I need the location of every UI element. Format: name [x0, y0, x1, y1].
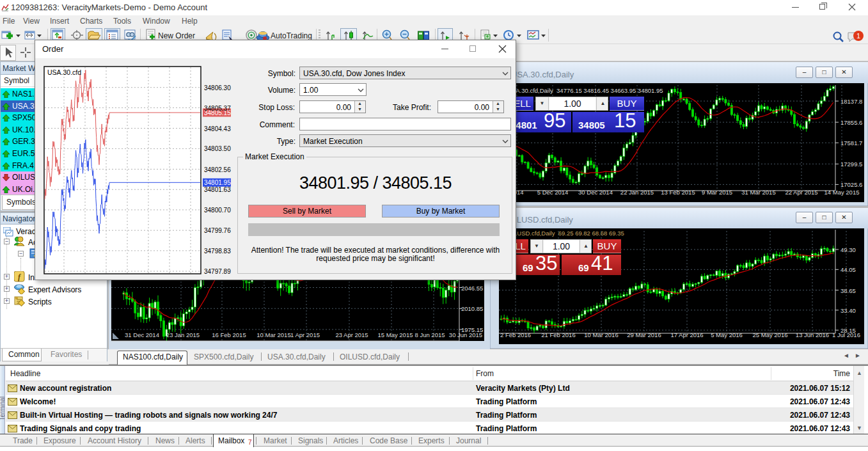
svg-text:USA.30.cfd,Daily: USA.30.cfd,Daily — [511, 70, 574, 79]
svg-text:38.65: 38.65 — [840, 287, 856, 294]
svg-text:30 Jun 2015: 30 Jun 2015 — [449, 331, 482, 338]
svg-text:34801.95: 34801.95 — [204, 179, 231, 186]
svg-text:USA.30.cfd,Daily 34776.15 348: USA.30.cfd,Daily 34776.15 34816.45 34663… — [507, 87, 663, 94]
svg-text:2046.55: 2046.55 — [461, 285, 483, 292]
svg-text:17299.5: 17299.5 — [840, 161, 862, 168]
svg-text:34799.76: 34799.76 — [204, 227, 231, 234]
svg-text:17855.6: 17855.6 — [840, 119, 862, 126]
svg-text:1: 1 — [856, 32, 860, 40]
svg-text:1 Apr 2015: 1 Apr 2015 — [290, 331, 320, 338]
svg-text:10 Mar 2015: 10 Mar 2015 — [256, 331, 290, 338]
svg-text:31 Mar 2015: 31 Mar 2015 — [741, 189, 775, 196]
svg-text:1 Jul 2016: 1 Jul 2016 — [832, 331, 860, 338]
svg-text:13 Feb 2015: 13 Feb 2015 — [661, 189, 695, 196]
svg-text:34797.89: 34797.89 — [204, 268, 231, 275]
svg-text:10 Mar 2016: 10 Mar 2016 — [584, 331, 618, 338]
svg-text:2 Feb 2016: 2 Feb 2016 — [500, 331, 531, 338]
svg-text:8 Jun 2015: 8 Jun 2015 — [414, 331, 445, 338]
svg-text:22 Apr 2015: 22 Apr 2015 — [785, 189, 817, 196]
svg-text:31 Dec 2014: 31 Dec 2014 — [125, 331, 159, 338]
svg-text:9 Mar 2015: 9 Mar 2015 — [702, 189, 732, 196]
svg-text:21 Feb 2016: 21 Feb 2016 — [541, 331, 575, 338]
svg-text:17025.6: 17025.6 — [840, 181, 862, 188]
svg-text:34804.43: 34804.43 — [204, 125, 231, 132]
svg-text:23 Jan 2015: 23 Jan 2015 — [166, 331, 200, 338]
svg-text:49.30: 49.30 — [840, 246, 856, 253]
svg-text:OILUSD.cfd,Daily 69.25 69.82: OILUSD.cfd,Daily 69.25 69.82 68.68 69.35 — [507, 230, 624, 237]
svg-text:17581.7: 17581.7 — [840, 139, 862, 146]
svg-text:22 Jan 2015: 22 Jan 2015 — [620, 189, 654, 196]
svg-text:14 May 2015: 14 May 2015 — [825, 189, 860, 196]
svg-text:44.05: 44.05 — [840, 266, 856, 273]
svg-text:33.40: 33.40 — [840, 307, 856, 314]
svg-text:23 Apr 2015: 23 Apr 2015 — [335, 331, 368, 338]
svg-text:34801.63: 34801.63 — [204, 186, 231, 193]
svg-text:13 Jun 2016: 13 Jun 2016 — [796, 331, 829, 338]
svg-text:OILUSD.cfd,Daily: OILUSD.cfd,Daily — [508, 215, 573, 225]
svg-text:16 Feb 2015: 16 Feb 2015 — [212, 331, 246, 338]
svg-text:17 Apr 2016: 17 Apr 2016 — [670, 331, 703, 338]
svg-text:34806.30: 34806.30 — [204, 84, 231, 91]
svg-text:29 Mar 2016: 29 Mar 2016 — [627, 331, 661, 338]
svg-text:30 Dec 2014: 30 Dec 2014 — [578, 189, 613, 196]
svg-text:5 Dec 2014: 5 Dec 2014 — [537, 189, 569, 196]
svg-text:34800.70: 34800.70 — [204, 207, 231, 214]
svg-text:34802.56: 34802.56 — [204, 166, 231, 173]
svg-text:34798.83: 34798.83 — [204, 248, 231, 255]
svg-text:34803.50: 34803.50 — [204, 145, 231, 152]
svg-text:15 May 2015: 15 May 2015 — [378, 331, 413, 338]
svg-text:25 May 2016: 25 May 2016 — [753, 331, 788, 338]
svg-text:5 May 2016: 5 May 2016 — [711, 331, 743, 338]
svg-text:2010.85: 2010.85 — [461, 305, 483, 312]
svg-text:18137.8: 18137.8 — [840, 98, 862, 105]
svg-text:USA.30.cfd: USA.30.cfd — [47, 68, 81, 76]
svg-text:34805.37: 34805.37 — [204, 105, 231, 112]
